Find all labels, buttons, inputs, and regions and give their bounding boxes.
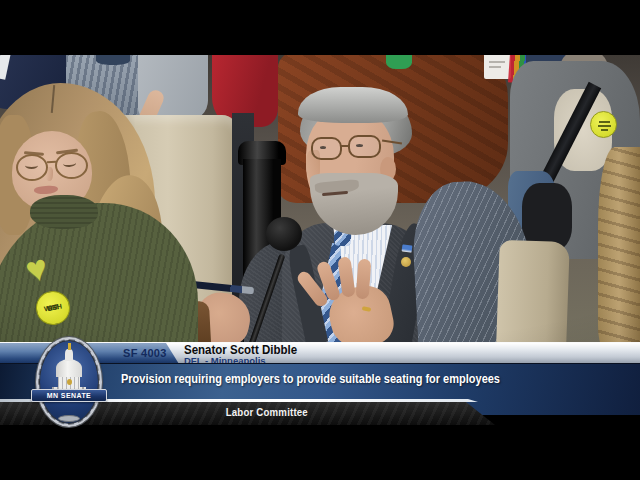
senator-glasses-lens xyxy=(348,135,381,158)
button-text-line: US! xyxy=(46,303,59,312)
video-frame[interactable]: ♥ SIT WITH US! SF 4003 Senator Scott Dib… xyxy=(0,0,640,480)
pin-text-mark xyxy=(601,129,608,131)
mn-senate-logo: MN SENATE xyxy=(36,337,102,427)
senator-finger xyxy=(356,259,372,300)
logo-rope-border xyxy=(38,339,100,425)
speaker-party: DFL - Minneapolis xyxy=(184,355,266,366)
capitol-dome-gold-detail xyxy=(67,379,72,385)
divider-line xyxy=(0,399,478,402)
gold-lapel-pin xyxy=(401,257,411,267)
logo-text: MN SENATE xyxy=(47,392,91,399)
sign-text-line xyxy=(489,66,501,68)
audience-neckline xyxy=(96,55,130,65)
capitol-dome-cap xyxy=(56,359,82,377)
logo-ribbon: MN SENATE xyxy=(31,389,107,402)
hearing-room-photo: ♥ SIT WITH US! xyxy=(0,55,640,345)
pin-text-mark xyxy=(598,125,611,127)
speaker-name: Senator Scott Dibble xyxy=(184,343,297,357)
capitol-dome-drum xyxy=(58,373,80,389)
letterbox-top xyxy=(0,0,640,55)
committee-name: Labor Committee xyxy=(20,406,475,418)
logo-scroll xyxy=(58,415,80,422)
senator-hair-top xyxy=(298,87,408,123)
senator-glasses-lens xyxy=(311,137,342,160)
bill-title: Provision requiring employers to provide… xyxy=(121,372,500,386)
woman-turtleneck-collar xyxy=(30,195,98,229)
logo-ring xyxy=(36,337,102,427)
committee-band: Labor Committee xyxy=(0,402,495,425)
sit-with-us-pin-right xyxy=(590,111,617,138)
letterbox-bottom xyxy=(0,425,640,480)
bill-title-band: Provision requiring employers to provide… xyxy=(0,363,640,415)
khaki-jacket xyxy=(598,147,640,345)
beige-chair-right xyxy=(496,240,570,345)
woman-closed-eye xyxy=(25,162,38,169)
senator-glasses-bridge xyxy=(341,145,349,147)
flag-lapel-pin xyxy=(402,244,413,252)
bill-number: SF 4003 xyxy=(123,347,179,359)
speaker-name-band: SF 4003 Senator Scott Dibble DFL - Minne… xyxy=(0,342,640,363)
bill-number-panel xyxy=(0,343,182,364)
audience-white-sign xyxy=(484,55,511,79)
microphone-windscreen xyxy=(266,217,302,251)
audience-green-shirt xyxy=(386,55,412,69)
sign-text-line xyxy=(489,61,505,63)
pin-text-mark xyxy=(599,121,610,123)
capitol-dome-cupola xyxy=(65,349,73,361)
capitol-dome-icon xyxy=(52,387,86,399)
